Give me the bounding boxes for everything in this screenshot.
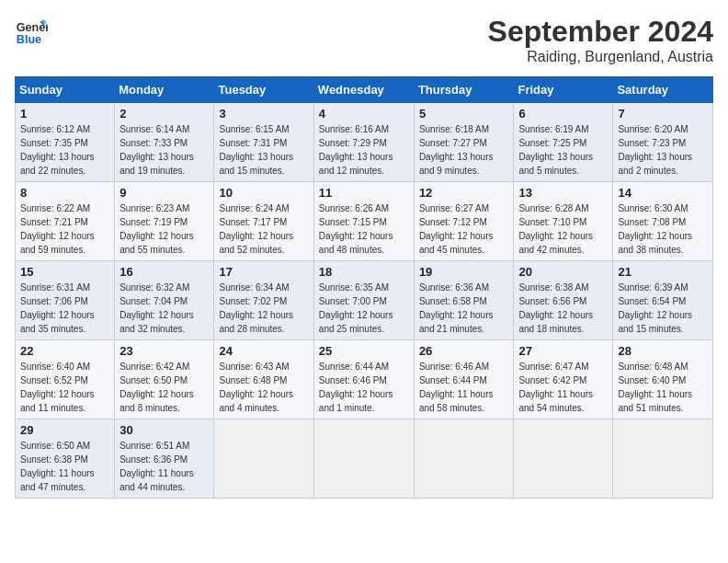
calendar-cell <box>613 419 713 499</box>
day-detail: Sunrise: 6:30 AMSunset: 7:08 PMDaylight:… <box>618 201 708 257</box>
day-number: 15 <box>20 265 109 279</box>
weekday-header-monday: Monday <box>115 77 214 103</box>
calendar-week-1: 1Sunrise: 6:12 AMSunset: 7:35 PMDaylight… <box>16 103 713 182</box>
day-number: 18 <box>319 265 409 279</box>
calendar-cell: 5Sunrise: 6:18 AMSunset: 7:27 PMDaylight… <box>414 103 514 182</box>
calendar-cell <box>214 419 313 499</box>
calendar-week-5: 29Sunrise: 6:50 AMSunset: 6:38 PMDayligh… <box>16 419 713 499</box>
day-detail: Sunrise: 6:43 AMSunset: 6:48 PMDaylight:… <box>219 360 308 415</box>
calendar-cell: 4Sunrise: 6:16 AMSunset: 7:29 PMDaylight… <box>313 103 414 182</box>
calendar-cell <box>414 419 514 499</box>
day-detail: Sunrise: 6:23 AMSunset: 7:19 PMDaylight:… <box>119 201 209 257</box>
calendar-cell: 13Sunrise: 6:28 AMSunset: 7:10 PMDayligh… <box>514 182 613 261</box>
calendar-cell: 2Sunrise: 6:14 AMSunset: 7:33 PMDaylight… <box>115 103 214 182</box>
calendar-cell: 19Sunrise: 6:36 AMSunset: 6:58 PMDayligh… <box>414 261 514 340</box>
day-detail: Sunrise: 6:19 AMSunset: 7:25 PMDaylight:… <box>518 122 608 178</box>
day-detail: Sunrise: 6:42 AMSunset: 6:50 PMDaylight:… <box>119 360 209 415</box>
day-number: 7 <box>618 107 708 121</box>
day-number: 23 <box>119 344 209 358</box>
calendar-cell: 21Sunrise: 6:39 AMSunset: 6:54 PMDayligh… <box>613 261 713 340</box>
logo-icon: General Blue <box>15 15 48 48</box>
day-detail: Sunrise: 6:20 AMSunset: 7:23 PMDaylight:… <box>618 122 708 178</box>
location-title: Raiding, Burgenland, Austria <box>488 49 713 65</box>
day-detail: Sunrise: 6:14 AMSunset: 7:33 PMDaylight:… <box>119 122 209 178</box>
weekday-header-sunday: Sunday <box>16 77 115 103</box>
calendar-cell: 22Sunrise: 6:40 AMSunset: 6:52 PMDayligh… <box>16 340 115 419</box>
day-number: 19 <box>419 265 509 279</box>
calendar-week-2: 8Sunrise: 6:22 AMSunset: 7:21 PMDaylight… <box>16 182 713 261</box>
calendar-cell: 12Sunrise: 6:27 AMSunset: 7:12 PMDayligh… <box>414 182 514 261</box>
weekday-header-thursday: Thursday <box>414 77 514 103</box>
weekday-header-row: SundayMondayTuesdayWednesdayThursdayFrid… <box>16 77 713 103</box>
day-number: 4 <box>319 107 409 121</box>
day-detail: Sunrise: 6:22 AMSunset: 7:21 PMDaylight:… <box>20 201 109 257</box>
calendar-cell: 16Sunrise: 6:32 AMSunset: 7:04 PMDayligh… <box>115 261 214 340</box>
weekday-header-friday: Friday <box>514 77 613 103</box>
calendar-cell: 30Sunrise: 6:51 AMSunset: 6:36 PMDayligh… <box>115 419 214 499</box>
page-header: General Blue General Blue September 2024… <box>15 15 713 65</box>
weekday-header-tuesday: Tuesday <box>214 77 313 103</box>
day-detail: Sunrise: 6:28 AMSunset: 7:10 PMDaylight:… <box>518 201 608 257</box>
calendar-cell: 29Sunrise: 6:50 AMSunset: 6:38 PMDayligh… <box>16 419 115 499</box>
day-number: 30 <box>119 423 209 437</box>
day-detail: Sunrise: 6:36 AMSunset: 6:58 PMDaylight:… <box>419 281 509 336</box>
calendar-cell: 9Sunrise: 6:23 AMSunset: 7:19 PMDaylight… <box>115 182 214 261</box>
day-detail: Sunrise: 6:47 AMSunset: 6:42 PMDaylight:… <box>518 360 608 415</box>
calendar-cell: 11Sunrise: 6:26 AMSunset: 7:15 PMDayligh… <box>313 182 414 261</box>
calendar-cell: 23Sunrise: 6:42 AMSunset: 6:50 PMDayligh… <box>115 340 214 419</box>
day-number: 5 <box>419 107 509 121</box>
title-block: September 2024 Raiding, Burgenland, Aust… <box>488 15 713 65</box>
weekday-header-wednesday: Wednesday <box>313 77 414 103</box>
day-detail: Sunrise: 6:26 AMSunset: 7:15 PMDaylight:… <box>319 201 409 257</box>
day-number: 2 <box>119 107 209 121</box>
calendar-cell: 10Sunrise: 6:24 AMSunset: 7:17 PMDayligh… <box>214 182 313 261</box>
calendar-cell <box>514 419 613 499</box>
day-detail: Sunrise: 6:40 AMSunset: 6:52 PMDaylight:… <box>20 360 109 415</box>
day-detail: Sunrise: 6:12 AMSunset: 7:35 PMDaylight:… <box>20 122 109 178</box>
calendar-cell <box>313 419 414 499</box>
calendar-cell: 14Sunrise: 6:30 AMSunset: 7:08 PMDayligh… <box>613 182 713 261</box>
day-number: 12 <box>419 186 509 200</box>
day-detail: Sunrise: 6:48 AMSunset: 6:40 PMDaylight:… <box>618 360 708 415</box>
day-number: 25 <box>319 344 409 358</box>
day-detail: Sunrise: 6:15 AMSunset: 7:31 PMDaylight:… <box>219 122 308 178</box>
day-detail: Sunrise: 6:44 AMSunset: 6:46 PMDaylight:… <box>319 360 409 415</box>
day-detail: Sunrise: 6:38 AMSunset: 6:56 PMDaylight:… <box>518 281 608 336</box>
calendar-cell: 6Sunrise: 6:19 AMSunset: 7:25 PMDaylight… <box>514 103 613 182</box>
calendar-cell: 27Sunrise: 6:47 AMSunset: 6:42 PMDayligh… <box>514 340 613 419</box>
day-detail: Sunrise: 6:46 AMSunset: 6:44 PMDaylight:… <box>419 360 509 415</box>
day-detail: Sunrise: 6:27 AMSunset: 7:12 PMDaylight:… <box>419 201 509 257</box>
calendar-cell: 1Sunrise: 6:12 AMSunset: 7:35 PMDaylight… <box>16 103 115 182</box>
day-detail: Sunrise: 6:39 AMSunset: 6:54 PMDaylight:… <box>618 281 708 336</box>
calendar-cell: 3Sunrise: 6:15 AMSunset: 7:31 PMDaylight… <box>214 103 313 182</box>
calendar-week-3: 15Sunrise: 6:31 AMSunset: 7:06 PMDayligh… <box>16 261 713 340</box>
calendar-table: SundayMondayTuesdayWednesdayThursdayFrid… <box>15 76 713 499</box>
day-number: 8 <box>20 186 109 200</box>
month-title: September 2024 <box>488 15 713 49</box>
day-number: 27 <box>518 344 608 358</box>
day-number: 20 <box>518 265 608 279</box>
day-number: 3 <box>219 107 308 121</box>
day-detail: Sunrise: 6:35 AMSunset: 7:00 PMDaylight:… <box>319 281 409 336</box>
day-number: 29 <box>20 423 109 437</box>
day-number: 6 <box>518 107 608 121</box>
calendar-cell: 24Sunrise: 6:43 AMSunset: 6:48 PMDayligh… <box>214 340 313 419</box>
day-number: 14 <box>618 186 708 200</box>
day-number: 10 <box>219 186 308 200</box>
logo: General Blue General Blue <box>15 15 48 48</box>
day-number: 1 <box>20 107 109 121</box>
calendar-cell: 25Sunrise: 6:44 AMSunset: 6:46 PMDayligh… <box>313 340 414 419</box>
day-number: 21 <box>618 265 708 279</box>
day-detail: Sunrise: 6:32 AMSunset: 7:04 PMDaylight:… <box>119 281 209 336</box>
calendar-cell: 26Sunrise: 6:46 AMSunset: 6:44 PMDayligh… <box>414 340 514 419</box>
day-detail: Sunrise: 6:31 AMSunset: 7:06 PMDaylight:… <box>20 281 109 336</box>
day-number: 17 <box>219 265 308 279</box>
day-number: 28 <box>618 344 708 358</box>
day-detail: Sunrise: 6:16 AMSunset: 7:29 PMDaylight:… <box>319 122 409 178</box>
day-detail: Sunrise: 6:51 AMSunset: 6:36 PMDaylight:… <box>119 439 209 494</box>
calendar-cell: 18Sunrise: 6:35 AMSunset: 7:00 PMDayligh… <box>313 261 414 340</box>
day-number: 16 <box>119 265 209 279</box>
calendar-cell: 20Sunrise: 6:38 AMSunset: 6:56 PMDayligh… <box>514 261 613 340</box>
svg-text:Blue: Blue <box>17 33 41 46</box>
calendar-header: SundayMondayTuesdayWednesdayThursdayFrid… <box>16 77 713 103</box>
